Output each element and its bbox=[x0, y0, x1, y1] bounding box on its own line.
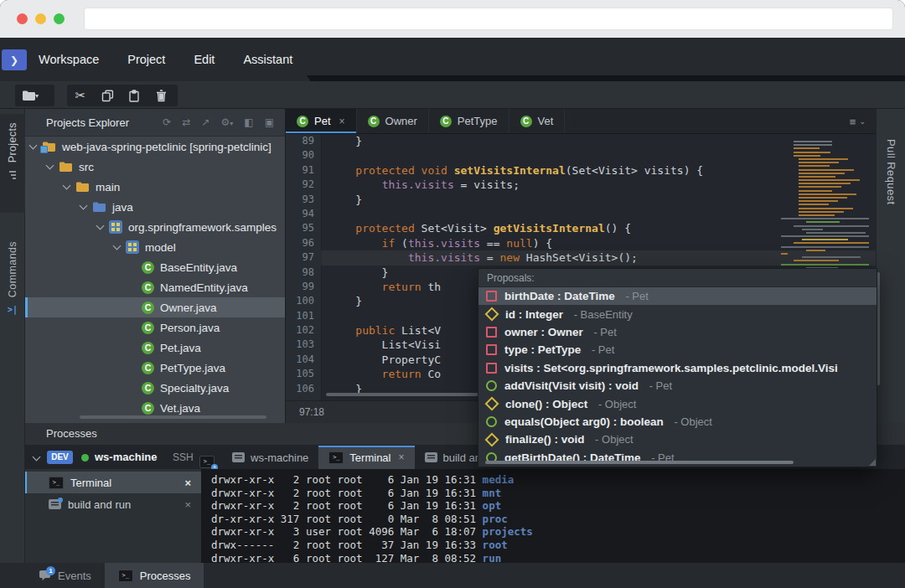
chevron-down-icon[interactable] bbox=[46, 162, 54, 170]
chevron-down-icon[interactable] bbox=[80, 202, 88, 210]
menu-items: WorkspaceProjectEditAssistant bbox=[39, 38, 292, 81]
tree-item-label: model bbox=[145, 241, 176, 254]
machine-icon bbox=[425, 452, 437, 462]
tree-item[interactable]: java bbox=[25, 197, 285, 217]
tree-item[interactable]: web-java-spring-petclinic [spring-petcli… bbox=[25, 137, 285, 157]
proposal-item[interactable]: visits : Set<org.springframework.samples… bbox=[478, 359, 877, 377]
close-window-button[interactable] bbox=[17, 13, 28, 24]
chevron-down-icon[interactable] bbox=[33, 453, 41, 462]
explorer-horizontal-scrollbar[interactable] bbox=[80, 415, 266, 419]
menu-edit[interactable]: Edit bbox=[194, 53, 215, 66]
minimize-window-button[interactable] bbox=[35, 13, 46, 24]
class-icon: C bbox=[142, 382, 154, 395]
project-tree: web-java-spring-petclinic [spring-petcli… bbox=[25, 137, 285, 418]
menu-project[interactable]: Project bbox=[127, 53, 165, 66]
menu-workspace[interactable]: Workspace bbox=[39, 53, 99, 66]
close-icon[interactable]: × bbox=[339, 116, 345, 127]
editor-menu-button[interactable]: ≡⌄ bbox=[850, 109, 866, 134]
tree-item-label: Specialty.java bbox=[160, 382, 229, 395]
class-icon: C bbox=[142, 402, 154, 415]
tree-item[interactable]: org.springframework.samples bbox=[25, 217, 285, 237]
process-tab-label: ws-machine bbox=[251, 451, 308, 464]
line-number: 94 bbox=[286, 207, 321, 221]
editor-tab-vet[interactable]: CVet bbox=[509, 109, 566, 133]
close-icon[interactable]: × bbox=[398, 451, 404, 463]
chevron-down-icon[interactable] bbox=[29, 142, 38, 150]
process-tab-terminal[interactable]: >_Terminal× bbox=[318, 446, 414, 469]
tree-item[interactable]: COwner.java bbox=[25, 297, 285, 317]
chevron-down-icon[interactable] bbox=[96, 222, 105, 230]
package-icon bbox=[109, 220, 122, 234]
maximize-window-button[interactable] bbox=[54, 13, 65, 24]
new-project-button[interactable]: ▾ bbox=[15, 85, 54, 106]
editor-tab-bar: CPet×COwnerCPetTypeCVet bbox=[286, 109, 876, 134]
process-tree-item[interactable]: build and run× bbox=[25, 493, 201, 515]
paste-button[interactable] bbox=[121, 90, 147, 102]
browser-chrome bbox=[0, 0, 905, 39]
menu-assistant[interactable]: Assistant bbox=[243, 53, 292, 66]
copy-button[interactable] bbox=[94, 90, 121, 102]
bottom-tab-processes[interactable]: >_Processes bbox=[105, 563, 204, 588]
close-icon[interactable]: × bbox=[184, 477, 191, 489]
tree-item[interactable]: CNamedEntity.java bbox=[25, 277, 285, 297]
sidebar-toggle-button[interactable]: ❯ bbox=[2, 49, 27, 70]
proposal-item[interactable]: addVisit(Visit visit) : void - Pet bbox=[478, 377, 877, 395]
terminal-icon: >_ bbox=[118, 570, 133, 582]
editor-tab-owner[interactable]: COwner bbox=[357, 109, 429, 133]
terminal-line: drwx------ 2 root root 37 Jan 19 16:33 r… bbox=[211, 539, 905, 552]
events-badge: 1 bbox=[46, 566, 55, 575]
bottom-tab-events[interactable]: 1Events bbox=[25, 563, 105, 588]
add-terminal-button[interactable]: >_ + bbox=[199, 451, 215, 468]
tree-item[interactable]: CPet.java bbox=[25, 338, 285, 358]
link-with-editor-icon[interactable]: ↗ bbox=[201, 116, 209, 128]
proposal-item[interactable]: birthDate : DateTime - Pet bbox=[478, 287, 877, 305]
editor-horizontal-scrollbar[interactable] bbox=[326, 393, 484, 396]
tree-item[interactable]: src bbox=[25, 157, 285, 177]
process-tab-ws-machine[interactable]: ws-machine bbox=[222, 446, 318, 469]
proposals-resize-handle[interactable] bbox=[869, 459, 876, 466]
tree-item-label: Owner.java bbox=[160, 302, 217, 314]
proposal-item[interactable]: type : PetType - Pet bbox=[478, 341, 877, 358]
proposal-item[interactable]: id : Integer - BaseEntity bbox=[478, 305, 877, 322]
proposal-item[interactable]: finalize() : void - Object bbox=[478, 431, 877, 448]
tree-item[interactable]: CBaseEntity.java bbox=[25, 257, 285, 277]
proposal-item[interactable]: owner : Owner - Pet bbox=[478, 323, 877, 341]
tree-item[interactable]: main bbox=[25, 177, 285, 197]
rail-tab-projects[interactable]: Projects bbox=[0, 114, 25, 213]
hamburger-icon: ≡ bbox=[850, 116, 856, 128]
field-icon bbox=[486, 291, 497, 302]
package-icon bbox=[126, 240, 139, 254]
refresh-icon[interactable]: ⟳ bbox=[163, 116, 171, 128]
rail-tab-commands[interactable]: Commands >| bbox=[0, 233, 25, 342]
tree-item[interactable]: CSpecialty.java bbox=[25, 378, 285, 398]
close-icon[interactable]: × bbox=[184, 498, 191, 511]
proposal-item[interactable]: clone() : Object - Object bbox=[478, 395, 877, 412]
collapse-panel-icon[interactable]: ◧ bbox=[244, 116, 253, 128]
cut-button[interactable]: ✂ bbox=[67, 88, 94, 103]
url-bar[interactable] bbox=[84, 8, 893, 30]
ide-window: ❯ WorkspaceProjectEditAssistant ▾ EXEC d… bbox=[0, 0, 905, 588]
delete-button[interactable] bbox=[147, 90, 174, 102]
rail-tab-pull-request[interactable]: Pull Request bbox=[885, 139, 897, 205]
class-icon: C bbox=[142, 322, 154, 334]
line-number: 92 bbox=[286, 178, 321, 192]
tree-item[interactable]: model bbox=[25, 237, 285, 257]
maximize-panel-icon[interactable]: ▣ bbox=[265, 116, 274, 128]
proposals-horizontal-scrollbar[interactable] bbox=[485, 461, 794, 464]
chevron-down-icon[interactable] bbox=[63, 182, 71, 190]
tree-item[interactable]: CPetType.java bbox=[25, 358, 285, 378]
compare-icon[interactable]: ⇄ bbox=[182, 116, 190, 128]
folder-icon bbox=[75, 181, 90, 193]
editor-tab-pettype[interactable]: CPetType bbox=[429, 109, 509, 133]
chevron-down-icon[interactable] bbox=[113, 242, 122, 250]
proposal-origin: - Pet bbox=[623, 290, 649, 302]
build-icon bbox=[49, 499, 61, 509]
proposal-item[interactable]: equals(Object arg0) : boolean - Object bbox=[478, 413, 877, 431]
left-rail: Projects Commands >| bbox=[0, 109, 25, 563]
editor-tab-pet[interactable]: CPet× bbox=[286, 109, 357, 133]
folder-blue-icon bbox=[92, 201, 106, 213]
process-tree-item[interactable]: >_Terminal× bbox=[25, 472, 201, 493]
proposal-label: owner : Owner bbox=[504, 326, 583, 338]
gear-icon[interactable]: ⚙▾ bbox=[221, 116, 234, 128]
tree-item[interactable]: CPerson.java bbox=[25, 317, 285, 338]
